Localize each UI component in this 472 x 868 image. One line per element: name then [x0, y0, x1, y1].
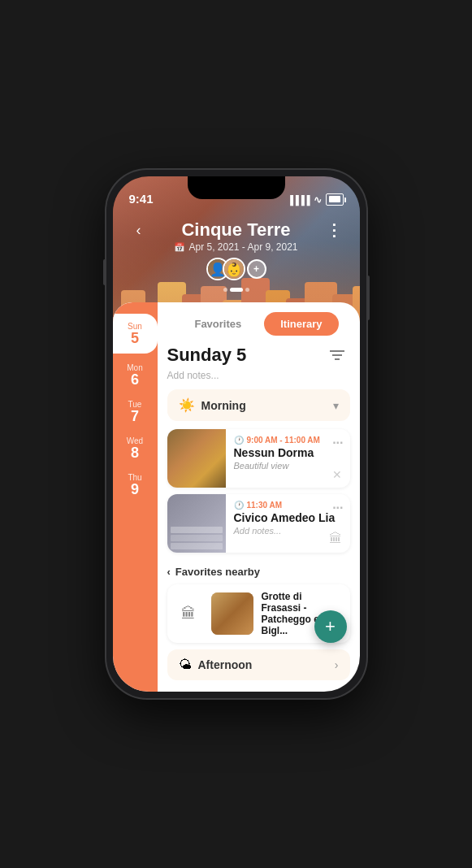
signal-icon: ▐▐▐▐ [287, 195, 309, 205]
back-button[interactable]: ‹ [126, 217, 152, 243]
more-button[interactable]: ⋮ [321, 217, 347, 243]
activity-action-2: 🏛 [329, 532, 342, 546]
battery-icon [326, 193, 344, 206]
activity-action-1[interactable]: ✕ [332, 468, 342, 481]
dot-1 [223, 288, 227, 292]
activity-note-1: Beautiful view [234, 461, 342, 471]
hero-title: Cinque Terre [152, 219, 321, 241]
dot-3 [245, 288, 249, 292]
activity-note-2: Add notes... [234, 526, 342, 536]
morning-left: ☀️ Morning [179, 397, 246, 413]
activity-name-1: Nessun Dorma [234, 446, 342, 459]
museum-icon: 🏛 [181, 605, 196, 623]
date-range: Apr 5, 2021 - Apr 9, 2021 [188, 241, 297, 253]
scroll-dots [113, 288, 360, 292]
activity-time-1: 🕐 9:00 AM - 11:00 AM [234, 436, 342, 445]
afternoon-chevron: › [335, 658, 339, 671]
dot-2 [230, 288, 243, 292]
activity-time-text-2: 11:30 AM [247, 501, 283, 510]
favorites-header[interactable]: ‹ Favorites nearby [167, 566, 350, 578]
filter-button[interactable] [324, 342, 350, 368]
afternoon-icon: 🌤 [179, 658, 192, 672]
activity-time-2: 🕐 11:30 AM [234, 501, 342, 510]
wifi-icon: ∿ [314, 194, 322, 206]
morning-label: Morning [201, 399, 246, 412]
afternoon-section[interactable]: 🌤 Afternoon › [167, 649, 350, 680]
content-card: Sun 5 Mon 6 Tue 7 Wed 8 Thu 9 [113, 302, 360, 692]
favorites-chevron: ‹ [167, 566, 171, 578]
day-label-mon: Mon [127, 363, 142, 372]
day-item-thu[interactable]: Thu 9 [113, 467, 158, 503]
avatar-2: 👶 [223, 258, 245, 280]
morning-icon: ☀️ [179, 397, 195, 413]
fav-icon-wrap: 🏛 [174, 599, 203, 628]
notch [188, 176, 285, 199]
tab-favorites[interactable]: Favorites [178, 312, 258, 336]
day-label-wed: Wed [127, 436, 143, 445]
day-number-mon: 6 [131, 372, 139, 387]
phone-screen: 9:41 ▐▐▐▐ ∿ [113, 176, 360, 692]
calendar-icon: 📅 [174, 242, 185, 253]
day-label-tue: Tue [128, 400, 142, 409]
activity-time-text-1: 9:00 AM - 11:00 AM [247, 436, 320, 445]
add-avatar-button[interactable]: + [247, 259, 266, 279]
activity-name-2: Civico Amedeo Lia [234, 511, 342, 524]
day-item-sun[interactable]: Sun 5 [113, 314, 158, 354]
hero-dates: 📅 Apr 5, 2021 - Apr 9, 2021 [113, 241, 360, 253]
activity-card-2[interactable]: 🕐 11:30 AM Civico Amedeo Lia Add notes..… [167, 494, 350, 553]
day-label-thu: Thu [128, 473, 141, 482]
day-header: Sunday 5 [167, 342, 350, 368]
day-item-tue[interactable]: Tue 7 [113, 393, 158, 430]
clock-icon-2: 🕐 [234, 501, 244, 510]
fav-thumb-1 [211, 592, 253, 635]
day-sidebar: Sun 5 Mon 6 Tue 7 Wed 8 Thu 9 [113, 302, 158, 692]
activity-thumb-2 [167, 494, 226, 553]
add-fab[interactable]: + [314, 610, 347, 643]
day-number-tue: 7 [131, 409, 139, 423]
morning-chevron: ▾ [333, 399, 339, 412]
day-title: Sunday 5 [167, 345, 247, 366]
afternoon-left: 🌤 Afternoon [179, 658, 253, 672]
favorites-label: Favorites nearby [175, 566, 260, 578]
morning-section[interactable]: ☀️ Morning ▾ [167, 389, 350, 421]
activity-thumb-1 [167, 429, 226, 488]
clock-icon-1: 🕐 [234, 436, 244, 445]
phone-frame: 9:41 ▐▐▐▐ ∿ [106, 170, 366, 698]
activity-more-2[interactable]: ··· [332, 501, 343, 515]
tab-itinerary[interactable]: Itinerary [264, 312, 338, 336]
activity-more-1[interactable]: ··· [332, 436, 343, 450]
afternoon-label: Afternoon [198, 658, 253, 671]
day-item-mon[interactable]: Mon 6 [113, 357, 158, 393]
main-panel: Favorites Itinerary Sunday 5 [158, 302, 360, 692]
status-time: 9:41 [129, 192, 154, 206]
tabs: Favorites Itinerary [158, 302, 360, 342]
add-notes-link[interactable]: Add notes... [167, 370, 350, 381]
day-number-wed: 8 [131, 445, 139, 460]
activity-card-1[interactable]: 🕐 9:00 AM - 11:00 AM Nessun Dorma Beauti… [167, 429, 350, 488]
day-number-sun: 5 [131, 331, 139, 345]
hero-nav: ‹ Cinque Terre ⋮ [113, 217, 360, 243]
day-item-wed[interactable]: Wed 8 [113, 430, 158, 467]
status-icons: ▐▐▐▐ ∿ [287, 193, 343, 206]
hero-avatars: 👤 👶 + [113, 258, 360, 280]
day-number-thu: 9 [131, 482, 139, 497]
